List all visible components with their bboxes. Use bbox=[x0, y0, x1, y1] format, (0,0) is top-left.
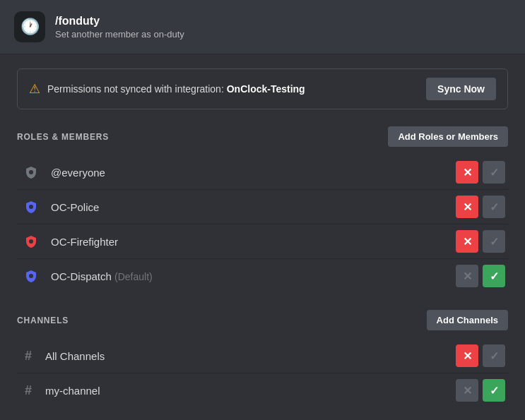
allow-button[interactable]: ✓ bbox=[483, 265, 505, 287]
svg-point-2 bbox=[29, 239, 33, 244]
deny-button[interactable]: ✕ bbox=[456, 196, 478, 218]
deny-button[interactable]: ✕ bbox=[456, 230, 478, 253]
allow-button[interactable]: ✓ bbox=[483, 344, 505, 367]
shield-icon bbox=[24, 269, 38, 283]
warning-banner: ⚠ Permissions not synced with integratio… bbox=[17, 68, 508, 109]
row-actions: ✕ ✓ bbox=[456, 161, 505, 184]
list-item: @everyone ✕ ✓ bbox=[17, 155, 508, 190]
svg-point-1 bbox=[29, 205, 33, 209]
channels-section-title: CHANNELS bbox=[17, 316, 69, 325]
row-actions: ✕ ✓ bbox=[456, 379, 505, 402]
hash-icon: # bbox=[20, 349, 37, 364]
list-item: OC-Dispatch (Default) ✕ ✓ bbox=[17, 259, 508, 293]
role-icon bbox=[20, 230, 42, 253]
app-header: 🕐 /fonduty Set another member as on-duty bbox=[0, 0, 525, 54]
role-icon bbox=[20, 265, 42, 287]
add-roles-button[interactable]: Add Roles or Members bbox=[388, 126, 508, 147]
svg-point-0 bbox=[29, 170, 33, 174]
shield-icon bbox=[24, 165, 38, 179]
allow-button[interactable]: ✓ bbox=[483, 230, 505, 253]
main-content: ⚠ Permissions not synced with integratio… bbox=[0, 54, 525, 420]
allow-button[interactable]: ✓ bbox=[483, 196, 505, 218]
list-item: # All Channels ✕ ✓ bbox=[17, 339, 508, 373]
roles-section-header: ROLES & MEMBERS Add Roles or Members bbox=[17, 126, 508, 147]
deny-button[interactable]: ✕ bbox=[456, 265, 478, 287]
shield-icon bbox=[24, 200, 38, 214]
list-item: OC-Firefighter ✕ ✓ bbox=[17, 224, 508, 259]
add-channels-button[interactable]: Add Channels bbox=[427, 310, 508, 330]
list-item: # my-channel ✕ ✓ bbox=[17, 373, 508, 407]
role-label: OC-Dispatch (Default) bbox=[51, 270, 456, 282]
warning-icon: ⚠ bbox=[29, 81, 40, 97]
warning-text: Permissions not synced with integration:… bbox=[47, 83, 419, 95]
command-title: /fonduty bbox=[55, 15, 184, 28]
role-icon bbox=[20, 161, 42, 184]
channels-section-header: CHANNELS Add Channels bbox=[17, 310, 508, 330]
channels-section: CHANNELS Add Channels # All Channels ✕ ✓… bbox=[17, 310, 508, 407]
clock-icon: 🕐 bbox=[20, 18, 40, 36]
roles-section: ROLES & MEMBERS Add Roles or Members @ev… bbox=[17, 126, 508, 293]
role-label: OC-Firefighter bbox=[51, 236, 456, 248]
row-actions: ✕ ✓ bbox=[456, 265, 505, 287]
hash-icon: # bbox=[20, 383, 37, 398]
deny-button[interactable]: ✕ bbox=[456, 379, 478, 402]
default-tag: (Default) bbox=[114, 271, 153, 282]
row-actions: ✕ ✓ bbox=[456, 230, 505, 253]
shield-icon bbox=[24, 234, 38, 248]
channel-label: my-channel bbox=[45, 385, 456, 397]
row-actions: ✕ ✓ bbox=[456, 344, 505, 367]
deny-button[interactable]: ✕ bbox=[456, 161, 478, 184]
roles-section-title: ROLES & MEMBERS bbox=[17, 132, 109, 142]
role-label: OC-Police bbox=[51, 201, 456, 213]
channel-label: All Channels bbox=[45, 350, 456, 362]
row-actions: ✕ ✓ bbox=[456, 196, 505, 218]
command-subtitle: Set another member as on-duty bbox=[55, 29, 184, 40]
sync-now-button[interactable]: Sync Now bbox=[426, 78, 496, 100]
svg-point-3 bbox=[29, 274, 33, 278]
app-icon: 🕐 bbox=[14, 11, 45, 42]
allow-button[interactable]: ✓ bbox=[483, 379, 505, 402]
integration-name: OnClock-Testing bbox=[227, 83, 305, 95]
role-icon bbox=[20, 196, 42, 218]
header-text: /fonduty Set another member as on-duty bbox=[55, 15, 184, 40]
deny-button[interactable]: ✕ bbox=[456, 344, 478, 367]
role-label: @everyone bbox=[51, 167, 456, 179]
allow-button[interactable]: ✓ bbox=[483, 161, 505, 184]
list-item: OC-Police ✕ ✓ bbox=[17, 190, 508, 224]
